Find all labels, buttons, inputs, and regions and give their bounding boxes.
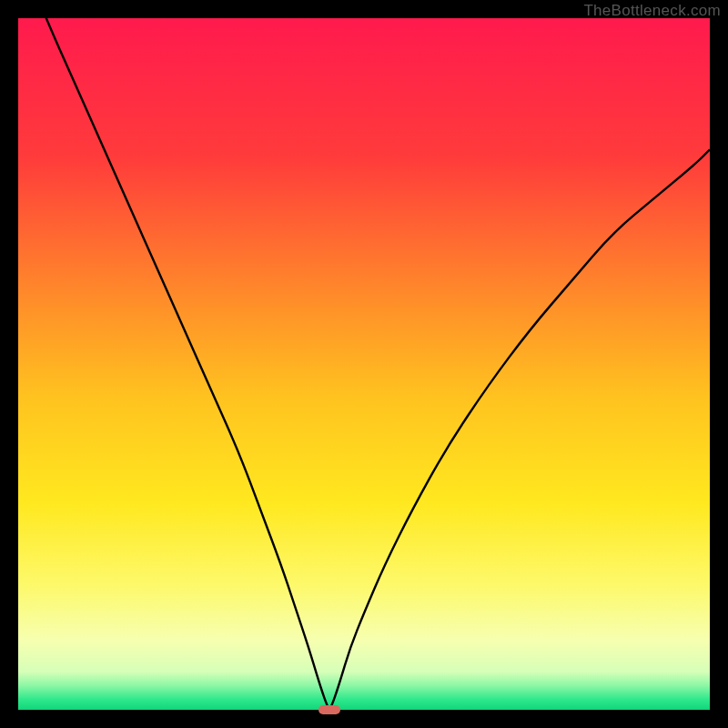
chart-frame: TheBottleneck.com bbox=[0, 0, 728, 728]
curve-path bbox=[18, 18, 710, 708]
watermark-text: TheBottleneck.com bbox=[583, 2, 721, 20]
optimum-marker bbox=[318, 705, 340, 714]
bottleneck-curve bbox=[18, 18, 710, 710]
plot-area bbox=[18, 18, 710, 710]
